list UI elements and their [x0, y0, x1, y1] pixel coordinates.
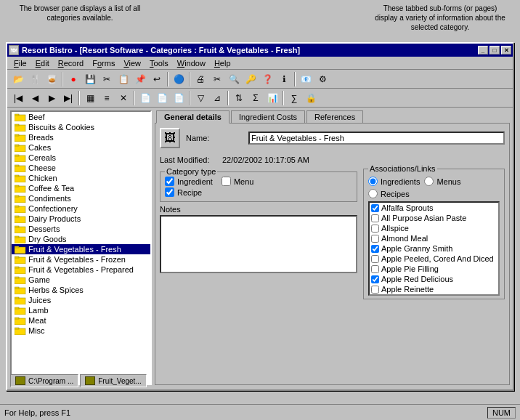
tb-about[interactable]: ℹ — [276, 71, 292, 87]
tb-help[interactable]: ❓ — [259, 71, 275, 87]
associations-list[interactable]: Alfalfa SproutsAll Purpose Asian PasteAl… — [368, 201, 500, 296]
assoc-item[interactable]: Almond Meal — [370, 233, 498, 243]
tree-item[interactable]: Coffee & Tea — [12, 183, 150, 193]
assoc-item[interactable]: Apple Granny Smith — [370, 243, 498, 254]
tb-filter[interactable]: ▽ — [192, 90, 208, 106]
tree-item[interactable]: Cereals — [12, 153, 150, 163]
tab-general[interactable]: General details — [156, 110, 229, 124]
tb-red[interactable]: ● — [65, 71, 81, 87]
taskbar-program[interactable]: C:\Program ... — [10, 374, 78, 387]
category-tree[interactable]: Beef Biscuits & Cookies Breads Cakes Cer… — [10, 110, 152, 385]
tb-mail[interactable]: 📧 — [298, 71, 314, 87]
tree-item[interactable]: Fruit & Vegetables - Fresh — [12, 244, 150, 254]
menu-forms[interactable]: Forms — [89, 58, 118, 68]
tb-paste[interactable]: 📌 — [132, 71, 148, 87]
tb-doc[interactable]: 📄 — [137, 90, 153, 106]
assoc-checkbox[interactable] — [371, 235, 379, 243]
tb-delete[interactable]: ✂ — [99, 71, 115, 87]
radio-recipes[interactable] — [368, 189, 378, 198]
tb-print[interactable]: 🖨 — [192, 71, 208, 87]
tree-item[interactable]: Chicken — [12, 173, 150, 183]
tree-item[interactable]: Biscuits & Cookies — [12, 122, 150, 132]
tb-x[interactable]: ✕ — [115, 90, 131, 106]
assoc-item[interactable]: All Purpose Asian Paste — [370, 213, 498, 223]
menu-checkbox[interactable] — [222, 177, 231, 186]
taskbar-fruit[interactable]: Fruit_Veget... — [80, 374, 146, 387]
tb-extra[interactable]: ⚙ — [314, 71, 330, 87]
assoc-item[interactable]: Apples Rings Dried — [370, 294, 498, 296]
menu-tools[interactable]: Tools — [146, 58, 172, 68]
tree-item[interactable]: Desserts — [12, 224, 150, 234]
tb-sigma[interactable]: ∑ — [286, 90, 302, 106]
assoc-item[interactable]: Apple Peeled, Cored And Diced — [370, 254, 498, 264]
tb-open[interactable]: 📂 — [10, 71, 26, 87]
tree-item[interactable]: Herbs & Spices — [12, 285, 150, 295]
radio-ingredients[interactable] — [368, 177, 378, 186]
ingredient-checkbox[interactable] — [165, 177, 174, 186]
tree-item[interactable]: Fruit & Vegetables - Frozen — [12, 254, 150, 264]
assoc-checkbox[interactable] — [371, 214, 379, 222]
maximize-button[interactable]: □ — [489, 46, 500, 54]
tree-item[interactable]: Dairy Products — [12, 214, 150, 224]
tb-prev[interactable]: ◀ — [27, 90, 43, 106]
tb-undo[interactable]: ↩ — [149, 71, 165, 87]
tb-grid[interactable]: ▦ — [82, 90, 98, 106]
assoc-item[interactable]: Allspice — [370, 223, 498, 233]
menu-window[interactable]: Window — [174, 58, 209, 68]
assoc-checkbox[interactable] — [371, 275, 379, 283]
assoc-item[interactable]: Apple Reinette — [370, 284, 498, 294]
assoc-checkbox[interactable] — [371, 286, 379, 294]
radio-menus[interactable] — [424, 177, 434, 186]
tb-keys[interactable]: 🔑 — [243, 71, 259, 87]
tree-item[interactable]: Meat — [12, 315, 150, 326]
assoc-checkbox[interactable] — [371, 265, 379, 273]
recipe-checkbox[interactable] — [165, 187, 174, 197]
tree-item[interactable]: Juices — [12, 295, 150, 305]
menu-edit[interactable]: Edit — [32, 58, 53, 68]
tb-lock[interactable]: 🔒 — [303, 90, 319, 106]
tree-item[interactable]: Game — [12, 275, 150, 285]
assoc-checkbox[interactable] — [371, 225, 379, 233]
tb-doc2[interactable]: 📄 — [154, 90, 170, 106]
minimize-button[interactable]: _ — [478, 46, 488, 54]
tree-item[interactable]: Confectionery — [12, 203, 150, 214]
notes-textarea[interactable] — [160, 215, 357, 273]
tb-blue[interactable]: 🔵 — [171, 71, 187, 87]
name-input[interactable] — [248, 132, 505, 145]
assoc-item[interactable]: Apple Pie Filling — [370, 264, 498, 274]
tb-copy[interactable]: 📋 — [115, 71, 131, 87]
menu-help[interactable]: Help — [211, 58, 235, 68]
assoc-checkbox[interactable] — [371, 255, 379, 263]
tb-knife[interactable]: 🍴 — [27, 71, 43, 87]
close-button[interactable]: ✕ — [501, 46, 511, 54]
tb-cut[interactable]: ✂ — [209, 71, 225, 87]
tree-item[interactable]: Misc — [12, 326, 150, 336]
tree-item[interactable]: Cheese — [12, 163, 150, 173]
tb-glass[interactable]: 🥃 — [44, 71, 60, 87]
tree-item[interactable]: Condiments — [12, 193, 150, 203]
assoc-checkbox[interactable] — [371, 296, 379, 296]
tb-save[interactable]: 💾 — [82, 71, 98, 87]
tab-costs[interactable]: Ingredient Costs — [231, 110, 305, 123]
tb-chart[interactable]: 📊 — [264, 90, 280, 106]
tb-doc3[interactable]: 📄 — [171, 90, 187, 106]
assoc-checkbox[interactable] — [371, 245, 379, 253]
tree-item[interactable]: Dry Goods — [12, 234, 150, 244]
tree-item[interactable]: Lamb — [12, 305, 150, 315]
assoc-item[interactable]: Apple Red Delicious — [370, 274, 498, 284]
menu-view[interactable]: View — [120, 58, 145, 68]
menu-record[interactable]: Record — [54, 58, 87, 68]
menu-file[interactable]: File — [10, 58, 31, 68]
tb-filter2[interactable]: ⊿ — [209, 90, 225, 106]
tb-sort[interactable]: ⇅ — [231, 90, 247, 106]
tb-sum[interactable]: Σ — [248, 90, 264, 106]
tb-layout[interactable]: ≡ — [99, 90, 115, 106]
tb-next[interactable]: ▶ — [44, 90, 60, 106]
tree-item[interactable]: Breads — [12, 132, 150, 142]
tb-last[interactable]: ▶| — [60, 90, 76, 106]
tb-first[interactable]: |◀ — [10, 90, 26, 106]
tree-item[interactable]: Cakes — [12, 142, 150, 153]
tree-item[interactable]: Beef — [12, 112, 150, 122]
assoc-checkbox[interactable] — [371, 204, 379, 212]
tb-find[interactable]: 🔍 — [226, 71, 242, 87]
